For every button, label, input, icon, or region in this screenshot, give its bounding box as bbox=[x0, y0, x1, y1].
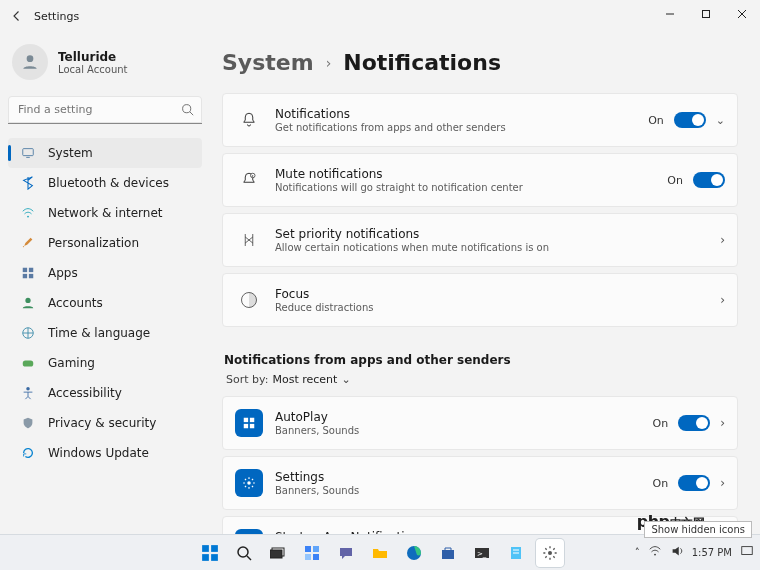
widgets-button[interactable] bbox=[298, 539, 326, 567]
tray-network-icon[interactable] bbox=[648, 544, 662, 560]
svg-rect-42 bbox=[442, 550, 454, 559]
app-sub: Banners, Sounds bbox=[275, 425, 653, 436]
toggle-notifications[interactable] bbox=[674, 112, 706, 128]
svg-text:z: z bbox=[251, 174, 253, 178]
sidebar-item-label: Network & internet bbox=[48, 206, 163, 220]
svg-rect-32 bbox=[211, 554, 218, 561]
search-icon bbox=[181, 103, 194, 119]
store-button[interactable] bbox=[434, 539, 462, 567]
sidebar-item-label: Bluetooth & devices bbox=[48, 176, 169, 190]
svg-rect-10 bbox=[23, 268, 27, 272]
accessibility-icon bbox=[20, 385, 36, 401]
toggle-settings[interactable] bbox=[678, 475, 710, 491]
breadcrumb-current: Notifications bbox=[343, 50, 501, 75]
profile-block[interactable]: Telluride Local Account bbox=[8, 38, 202, 90]
taskbar: >_ Show hidden icons ˄ 1:57 PM bbox=[0, 534, 760, 570]
window-title: Settings bbox=[34, 10, 79, 23]
avatar bbox=[12, 44, 48, 80]
search-button[interactable] bbox=[230, 539, 258, 567]
system-icon bbox=[20, 145, 36, 161]
globe-time-icon bbox=[20, 325, 36, 341]
chevron-right-icon: › bbox=[720, 416, 725, 430]
sidebar-item-label: Privacy & security bbox=[48, 416, 156, 430]
setting-mute-notifications[interactable]: z Mute notificationsNotifications will g… bbox=[222, 153, 738, 207]
sidebar-item-gaming[interactable]: Gaming bbox=[8, 348, 202, 378]
svg-rect-16 bbox=[23, 360, 34, 366]
app-title: Settings bbox=[275, 470, 653, 484]
svg-rect-7 bbox=[23, 149, 34, 156]
setting-title: Focus bbox=[275, 287, 720, 301]
sidebar-item-label: Time & language bbox=[48, 326, 150, 340]
svg-rect-29 bbox=[202, 545, 209, 552]
svg-rect-1 bbox=[703, 11, 710, 18]
sidebar-item-time-language[interactable]: Time & language bbox=[8, 318, 202, 348]
sidebar-item-network[interactable]: Network & internet bbox=[8, 198, 202, 228]
setting-priority-notifications[interactable]: Set priority notificationsAllow certain … bbox=[222, 213, 738, 267]
svg-rect-40 bbox=[313, 554, 319, 560]
setting-notifications[interactable]: NotificationsGet notifications from apps… bbox=[222, 93, 738, 147]
svg-rect-37 bbox=[305, 546, 311, 552]
terminal-button[interactable]: >_ bbox=[468, 539, 496, 567]
sidebar-item-privacy[interactable]: Privacy & security bbox=[8, 408, 202, 438]
app-autoplay[interactable]: AutoPlayBanners, Sounds On› bbox=[222, 396, 738, 450]
start-button[interactable] bbox=[196, 539, 224, 567]
system-tray[interactable]: Show hidden icons ˄ 1:57 PM bbox=[635, 534, 754, 570]
chat-button[interactable] bbox=[332, 539, 360, 567]
toggle-mute[interactable] bbox=[693, 172, 725, 188]
tray-volume-icon[interactable] bbox=[670, 544, 684, 560]
toggle-autoplay[interactable] bbox=[678, 415, 710, 431]
tray-notifications-icon[interactable] bbox=[740, 544, 754, 560]
sort-value: Most recent bbox=[272, 373, 337, 386]
edge-button[interactable] bbox=[400, 539, 428, 567]
maximize-button[interactable] bbox=[688, 0, 724, 28]
svg-rect-23 bbox=[250, 424, 254, 428]
setting-title: Notifications bbox=[275, 107, 648, 121]
gear-icon bbox=[235, 469, 263, 497]
svg-rect-21 bbox=[250, 418, 254, 422]
task-view-button[interactable] bbox=[264, 539, 292, 567]
tray-clock[interactable]: 1:57 PM bbox=[692, 547, 732, 558]
setting-focus[interactable]: FocusReduce distractions › bbox=[222, 273, 738, 327]
close-button[interactable] bbox=[724, 0, 760, 28]
sidebar-item-label: Gaming bbox=[48, 356, 95, 370]
sidebar-item-accounts[interactable]: Accounts bbox=[8, 288, 202, 318]
app-settings[interactable]: SettingsBanners, Sounds On› bbox=[222, 456, 738, 510]
chevron-right-icon: › bbox=[720, 293, 725, 307]
setting-sub: Get notifications from apps and other se… bbox=[275, 122, 648, 133]
svg-rect-31 bbox=[202, 554, 209, 561]
profile-name: Telluride bbox=[58, 50, 127, 64]
sidebar-item-bluetooth[interactable]: Bluetooth & devices bbox=[8, 168, 202, 198]
search-box[interactable] bbox=[8, 96, 202, 124]
taskbar-center: >_ bbox=[196, 539, 564, 567]
svg-point-17 bbox=[26, 387, 30, 391]
gaming-icon bbox=[20, 355, 36, 371]
app-title: AutoPlay bbox=[275, 410, 653, 424]
sort-by[interactable]: Sort by: Most recent ⌄ bbox=[226, 373, 738, 386]
app-icon bbox=[235, 409, 263, 437]
sidebar-item-personalization[interactable]: Personalization bbox=[8, 228, 202, 258]
svg-point-48 bbox=[548, 551, 552, 555]
settings-taskbar-button[interactable] bbox=[536, 539, 564, 567]
breadcrumb-parent[interactable]: System bbox=[222, 50, 314, 75]
sidebar-item-accessibility[interactable]: Accessibility bbox=[8, 378, 202, 408]
sidebar: Telluride Local Account System Bluetooth… bbox=[0, 32, 210, 534]
toggle-state: On bbox=[648, 114, 664, 127]
sidebar-item-apps[interactable]: Apps bbox=[8, 258, 202, 288]
search-input[interactable] bbox=[8, 96, 202, 124]
sidebar-item-label: Personalization bbox=[48, 236, 139, 250]
sidebar-item-update[interactable]: Windows Update bbox=[8, 438, 202, 468]
svg-rect-39 bbox=[305, 554, 311, 560]
back-button[interactable] bbox=[10, 9, 24, 23]
sidebar-item-system[interactable]: System bbox=[8, 138, 202, 168]
breadcrumb: System › Notifications bbox=[222, 50, 738, 75]
notepad-button[interactable] bbox=[502, 539, 530, 567]
chevron-down-icon[interactable]: ⌄ bbox=[716, 114, 725, 127]
minimize-button[interactable] bbox=[652, 0, 688, 28]
sidebar-item-label: Apps bbox=[48, 266, 78, 280]
explorer-button[interactable] bbox=[366, 539, 394, 567]
setting-title: Set priority notifications bbox=[275, 227, 720, 241]
setting-sub: Reduce distractions bbox=[275, 302, 720, 313]
nav-list: System Bluetooth & devices Network & int… bbox=[8, 138, 202, 468]
main-panel: System › Notifications NotificationsGet … bbox=[210, 32, 760, 534]
tray-chevron-icon[interactable]: ˄ bbox=[635, 547, 640, 558]
